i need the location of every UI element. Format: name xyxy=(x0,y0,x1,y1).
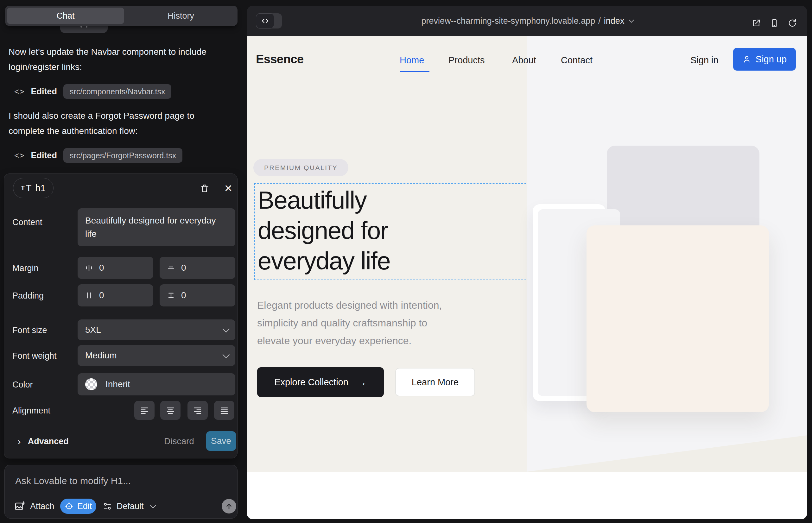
chat-history-tabs: Chat History xyxy=(5,6,237,26)
content-input[interactable]: Beautifully designed for everyday life xyxy=(77,208,235,246)
hero-description: Elegant products designed with intention… xyxy=(257,296,442,349)
refresh-icon xyxy=(788,18,797,28)
url-page: index xyxy=(604,16,624,26)
chat-composer: Ask Lovable to modify H1... Attach Edit xyxy=(4,465,237,519)
color-select[interactable]: Inherit xyxy=(77,373,235,395)
composer-input[interactable]: Ask Lovable to modify H1... xyxy=(15,475,131,486)
default-label: Default xyxy=(117,502,144,511)
arrow-up-icon xyxy=(225,502,233,510)
description-line: simplicity and quality craftsmanship to xyxy=(257,314,442,332)
alignment-label: Alignment xyxy=(12,406,50,416)
sign-up-button[interactable]: Sign up xyxy=(733,48,796,71)
default-mode-dropdown[interactable]: Default xyxy=(103,498,154,515)
hero-headline[interactable]: Beautifully designed for everyday life xyxy=(258,185,390,276)
headline-line: everyday life xyxy=(258,246,390,276)
padding-x-input[interactable]: 0 xyxy=(77,284,153,306)
explore-collection-button[interactable]: Explore Collection → xyxy=(257,367,384,397)
url-separator: / xyxy=(598,16,601,26)
font-weight-label: Font weight xyxy=(12,351,57,361)
typography-icon: T xyxy=(26,183,32,194)
align-left-button[interactable] xyxy=(134,401,155,420)
sign-up-label: Sign up xyxy=(756,54,787,65)
attach-label: Attach xyxy=(30,502,54,511)
margin-vertical-icon xyxy=(166,264,175,272)
decorative-card-beige xyxy=(586,226,769,412)
font-size-select[interactable]: 5XL xyxy=(77,320,235,340)
file-chip[interactable]: src/pages/ForgotPassword.tsx xyxy=(63,148,182,163)
open-in-new-tab-button[interactable] xyxy=(749,16,763,30)
margin-label: Margin xyxy=(12,264,39,273)
padding-horizontal-icon xyxy=(85,291,93,300)
code-icon xyxy=(256,13,274,29)
preview-topbar: preview--charming-site-symphony.lovable.… xyxy=(247,6,807,36)
tab-history[interactable]: History xyxy=(124,6,237,26)
content-label: Content xyxy=(12,217,42,227)
image-plus-icon xyxy=(14,501,25,511)
close-editor-button[interactable]: ✕ xyxy=(222,181,235,195)
align-right-button[interactable] xyxy=(188,401,208,420)
nav-link-home[interactable]: Home xyxy=(400,55,424,66)
padding-vertical-icon xyxy=(166,291,175,300)
headline-line: designed for xyxy=(258,215,390,246)
attach-button[interactable]: Attach xyxy=(14,498,54,515)
padding-y-value: 0 xyxy=(181,290,186,301)
align-center-button[interactable] xyxy=(160,401,180,420)
code-icon: <> xyxy=(14,87,24,96)
padding-x-value: 0 xyxy=(99,290,104,301)
font-weight-select[interactable]: Medium xyxy=(77,345,235,366)
save-button[interactable]: Save xyxy=(206,431,236,451)
site-logo[interactable]: Essence xyxy=(256,53,304,66)
margin-y-input[interactable]: 0 xyxy=(160,257,235,279)
scrolled-chip-partial xyxy=(60,25,108,33)
mobile-preview-button[interactable] xyxy=(767,16,781,30)
edited-label: Edited xyxy=(31,87,57,96)
edited-label: Edited xyxy=(31,151,57,161)
tab-chat[interactable]: Chat xyxy=(7,7,124,24)
edit-mode-button[interactable]: Edit xyxy=(60,499,96,514)
content-value: Beautifully designed for everyday life xyxy=(85,214,228,240)
chat-message: Now let's update the Navbar component to… xyxy=(8,44,220,75)
preview-pane: preview--charming-site-symphony.lovable.… xyxy=(247,6,807,519)
edit-label: Edit xyxy=(77,502,92,511)
send-button[interactable] xyxy=(222,499,236,513)
discard-button[interactable]: Discard xyxy=(164,434,194,448)
target-icon xyxy=(65,502,73,511)
chevron-down-icon xyxy=(150,502,156,508)
trash-icon xyxy=(199,183,210,194)
element-tag-badge[interactable]: T T h1 xyxy=(13,178,54,198)
url-breadcrumb[interactable]: preview--charming-site-symphony.lovable.… xyxy=(247,6,807,36)
align-center-icon xyxy=(166,405,175,415)
code-view-toggle[interactable] xyxy=(256,13,282,29)
learn-more-button[interactable]: Learn More xyxy=(395,368,475,396)
nav-link-products[interactable]: Products xyxy=(448,55,484,66)
delete-element-button[interactable] xyxy=(198,181,212,195)
nav-link-about[interactable]: About xyxy=(512,55,536,66)
chevron-down-icon xyxy=(223,351,230,358)
premium-badge: PREMIUM QUALITY xyxy=(253,159,348,176)
advanced-label: Advanced xyxy=(28,437,69,446)
nav-link-contact[interactable]: Contact xyxy=(561,55,593,66)
chevron-right-icon: › xyxy=(17,436,21,446)
align-justify-button[interactable] xyxy=(214,401,234,420)
element-editor-panel: T T h1 ✕ Content Beautifully designed fo… xyxy=(4,174,237,458)
advanced-toggle[interactable]: › Advanced xyxy=(17,434,69,448)
chevron-down-icon xyxy=(629,17,634,23)
site-viewport: Essence Home Products About Contact Sign… xyxy=(247,36,807,519)
lovable-sidebar: Chat History Now let's update the Navbar… xyxy=(0,0,242,523)
margin-x-value: 0 xyxy=(99,263,104,273)
url-domain: preview--charming-site-symphony.lovable.… xyxy=(422,16,595,26)
chat-message: I should also create a Forgot Password p… xyxy=(8,108,220,139)
margin-y-value: 0 xyxy=(181,263,186,273)
typography-icon: T xyxy=(21,184,25,192)
margin-x-input[interactable]: 0 xyxy=(77,257,153,279)
color-value: Inherit xyxy=(105,379,130,390)
file-chip[interactable]: src/components/Navbar.tsx xyxy=(63,84,172,99)
arrow-right-icon: → xyxy=(357,376,367,388)
padding-y-input[interactable]: 0 xyxy=(160,284,235,306)
align-left-icon xyxy=(140,405,149,415)
sign-in-link[interactable]: Sign in xyxy=(690,55,719,66)
sliders-icon xyxy=(103,502,112,511)
refresh-button[interactable] xyxy=(785,16,799,30)
description-line: elevate your everyday experience. xyxy=(257,332,442,349)
margin-horizontal-icon xyxy=(85,264,93,272)
